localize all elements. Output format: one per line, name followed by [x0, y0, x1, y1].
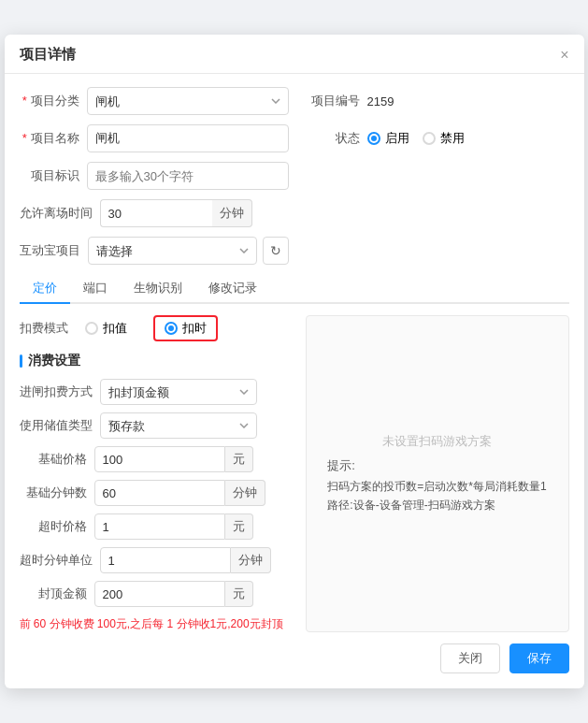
- entry-fee-select[interactable]: 扣封顶金额: [100, 379, 257, 405]
- status-enabled-label: 启用: [385, 130, 409, 147]
- mode-deduct-time-label: 扣时: [182, 320, 207, 337]
- form-row-3: 项目标识: [20, 162, 569, 190]
- dialog-footer: 关闭 保存: [5, 632, 584, 673]
- interactive-input-wrapper: 请选择 ↻: [88, 237, 289, 265]
- category-select[interactable]: 闸机: [87, 87, 289, 115]
- tag-input[interactable]: [87, 162, 289, 190]
- form-row-2: 项目名称 状态 启用 禁用: [20, 124, 569, 152]
- deduct-time-radio-circle: [165, 322, 178, 335]
- tab-terminal[interactable]: 端口: [70, 274, 121, 302]
- overtime-unit-input[interactable]: [100, 547, 231, 573]
- interactive-label: 互动宝项目: [20, 242, 88, 259]
- save-button[interactable]: 保存: [509, 643, 569, 673]
- close-button[interactable]: 关闭: [440, 643, 500, 673]
- tag-label: 项目标识: [20, 167, 87, 184]
- value-type-label: 使用储值类型: [20, 417, 100, 434]
- mode-deduct-time-radio[interactable]: 扣时: [153, 315, 218, 341]
- pricing-right-panel: 未设置扫码游戏方案 提示: 扫码方案的投币数=启动次数*每局消耗数量1 路径:设…: [306, 315, 569, 632]
- overtime-price-row: 超时价格 元: [20, 513, 291, 540]
- cap-suffix: 元: [225, 581, 253, 607]
- refresh-button[interactable]: ↻: [263, 237, 289, 265]
- time-label: 允许离场时间: [20, 205, 100, 222]
- base-minutes-suffix: 分钟: [225, 480, 265, 506]
- base-price-row: 基础价格 元: [20, 446, 291, 472]
- time-input-wrapper: 分钟: [100, 199, 289, 227]
- status-disabled-radio[interactable]: 禁用: [423, 130, 465, 147]
- tip-box: 提示: 扫码方案的投币数=启动次数*每局消耗数量1 路径:设备-设备管理-扫码游…: [327, 457, 546, 513]
- overtime-price-input[interactable]: [94, 513, 225, 540]
- project-detail-dialog: 项目详情 × 项目分类 闸机 项目编号 2159 项目名称 状态: [5, 35, 584, 688]
- overtime-price-suffix: 元: [225, 513, 253, 540]
- category-group: 项目分类 闸机: [20, 87, 289, 115]
- category-label: 项目分类: [20, 93, 87, 109]
- charge-mode-label: 扣费模式: [20, 320, 76, 337]
- project-name-group: 项目名称: [20, 124, 289, 152]
- base-minutes-input[interactable]: [94, 480, 225, 506]
- mode-deduct-label: 扣值: [103, 320, 127, 337]
- no-scheme-text: 未设置扫码游戏方案: [382, 433, 492, 450]
- mode-deduct-radio[interactable]: 扣值: [76, 315, 136, 341]
- overtime-price-label: 超时价格: [20, 518, 94, 535]
- base-minutes-label: 基础分钟数: [20, 484, 94, 501]
- pricing-left-panel: 扣费模式 扣值 扣时 消费设置: [20, 315, 291, 632]
- status-disabled-label: 禁用: [440, 130, 465, 147]
- project-name-label: 项目名称: [20, 130, 87, 147]
- tab-pricing[interactable]: 定价: [20, 274, 70, 302]
- project-no-label: 项目编号: [300, 93, 367, 109]
- form-row-4: 允许离场时间 分钟: [20, 199, 569, 227]
- dialog-header: 项目详情 ×: [5, 35, 584, 74]
- overtime-unit-row: 超时分钟单位 分钟: [20, 547, 291, 573]
- charge-mode-row: 扣费模式 扣值 扣时: [20, 315, 291, 341]
- base-minutes-row: 基础分钟数 分钟: [20, 480, 291, 506]
- charge-mode-radio-group: 扣值 扣时: [76, 315, 218, 341]
- tab-log[interactable]: 修改记录: [195, 274, 270, 302]
- dialog-body: 项目分类 闸机 项目编号 2159 项目名称 状态 启用: [5, 74, 584, 632]
- consume-section-title: 消费设置: [20, 353, 291, 369]
- value-type-select[interactable]: 预存款: [100, 412, 257, 439]
- disabled-radio-circle: [423, 132, 436, 145]
- cap-label: 封顶金额: [20, 586, 94, 602]
- status-enabled-radio[interactable]: 启用: [367, 130, 409, 147]
- overtime-unit-label: 超时分钟单位: [20, 552, 100, 569]
- close-icon[interactable]: ×: [560, 48, 568, 63]
- tag-group: 项目标识: [20, 162, 289, 190]
- tab-content-pricing: 扣费模式 扣值 扣时 消费设置: [20, 315, 569, 632]
- deduct-radio-circle: [85, 322, 98, 335]
- base-price-input[interactable]: [94, 446, 225, 472]
- tab-biometric[interactable]: 生物识别: [121, 274, 195, 302]
- cap-input[interactable]: [94, 581, 225, 607]
- cap-row: 封顶金额 元: [20, 581, 291, 607]
- time-suffix: 分钟: [212, 199, 252, 227]
- form-row-1: 项目分类 闸机 项目编号 2159: [20, 87, 569, 115]
- status-label: 状态: [300, 130, 367, 147]
- form-row-5: 互动宝项目 请选择 ↻: [20, 237, 569, 265]
- time-input[interactable]: [100, 199, 212, 227]
- project-no-value: 2159: [367, 94, 394, 108]
- tab-bar: 定价 端口 生物识别 修改记录: [20, 274, 569, 304]
- status-group: 状态 启用 禁用: [300, 130, 569, 147]
- interactive-group: 互动宝项目 请选择 ↻: [20, 237, 289, 265]
- interactive-select[interactable]: 请选择: [88, 237, 257, 265]
- tip-line2: 路径:设备-设备管理-扫码游戏方案: [327, 499, 495, 512]
- status-radio-group: 启用 禁用: [367, 130, 465, 147]
- enabled-radio-circle: [367, 132, 380, 145]
- entry-fee-row: 进闸扣费方式 扣封顶金额: [20, 379, 291, 405]
- overtime-unit-suffix: 分钟: [231, 547, 271, 573]
- time-group: 允许离场时间 分钟: [20, 199, 289, 227]
- tip-line1: 扫码方案的投币数=启动次数*每局消耗数量1: [327, 480, 546, 493]
- project-no-group: 项目编号 2159: [300, 93, 569, 109]
- project-name-input[interactable]: [87, 124, 289, 152]
- base-price-label: 基础价格: [20, 451, 94, 468]
- entry-fee-label: 进闸扣费方式: [20, 383, 100, 400]
- pricing-summary: 前 60 分钟收费 100元,之后每 1 分钟收1元,200元封顶: [20, 616, 291, 632]
- tip-content: 扫码方案的投币数=启动次数*每局消耗数量1 路径:设备-设备管理-扫码游戏方案: [327, 478, 546, 513]
- value-type-row: 使用储值类型 预存款: [20, 412, 291, 439]
- dialog-title: 项目详情: [20, 46, 76, 64]
- base-price-suffix: 元: [225, 446, 253, 472]
- tip-title: 提示:: [327, 457, 546, 474]
